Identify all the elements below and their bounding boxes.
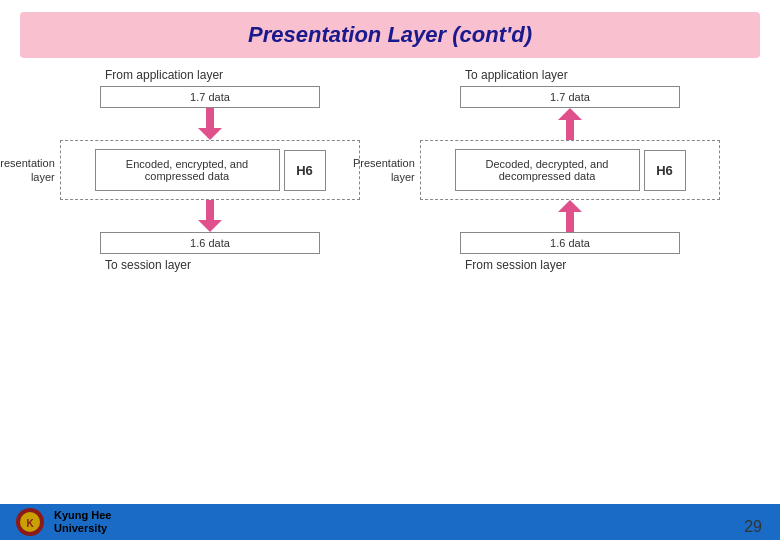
- left-bottom-data-box: 1.6 data: [100, 232, 320, 254]
- left-outer-box: Presentation layer Encoded, encrypted, a…: [60, 140, 360, 200]
- left-arrow-down-bottom: [198, 200, 222, 232]
- right-arrow-up-bottom: [558, 200, 582, 232]
- right-bottom-label: From session layer: [465, 258, 566, 272]
- left-pink-arrow-down-top-icon: [198, 108, 222, 140]
- left-bottom-label: To session layer: [105, 258, 191, 272]
- left-diagram: From application layer 1.7 data Presenta…: [45, 68, 375, 272]
- university-name: Kyung Hee University: [54, 509, 111, 535]
- right-pink-arrow-up-top-icon: [558, 108, 582, 140]
- main-content: From application layer 1.7 data Presenta…: [0, 68, 780, 272]
- left-top-data-box: 1.7 data: [100, 86, 320, 108]
- page-number: 29: [744, 518, 762, 536]
- right-decoded-text: Decoded, decrypted, and decompressed dat…: [486, 158, 609, 182]
- right-h6-label: H6: [656, 163, 673, 178]
- logo-area: K Kyung Hee University: [0, 506, 111, 538]
- right-layer-label-line1: Presentation: [353, 157, 415, 169]
- university-line2: University: [54, 522, 111, 535]
- left-encoded-box: Encoded, encrypted, and compressed data: [95, 149, 280, 191]
- left-h6-box: H6: [284, 150, 326, 191]
- right-inner-row: Decoded, decrypted, and decompressed dat…: [429, 149, 711, 191]
- right-pink-arrow-up-bottom-icon: [558, 200, 582, 232]
- left-layer-label: Presentation layer: [0, 156, 55, 185]
- right-top-label: To application layer: [465, 68, 568, 82]
- left-top-data-text: 1.7 data: [190, 91, 230, 103]
- university-logo-icon: K: [14, 506, 46, 538]
- left-pink-arrow-down-bottom-icon: [198, 200, 222, 232]
- left-inner-row: Encoded, encrypted, and compressed data …: [69, 149, 351, 191]
- svg-marker-1: [198, 128, 222, 140]
- svg-marker-3: [198, 220, 222, 232]
- right-layer-label-line2: layer: [391, 171, 415, 183]
- svg-marker-4: [558, 108, 582, 120]
- left-diagram-inner: From application layer 1.7 data Presenta…: [45, 68, 375, 272]
- svg-text:K: K: [26, 518, 34, 529]
- left-encoded-text: Encoded, encrypted, and compressed data: [126, 158, 248, 182]
- page-title: Presentation Layer (cont'd): [40, 22, 740, 48]
- svg-marker-6: [558, 200, 582, 212]
- left-h6-label: H6: [296, 163, 313, 178]
- right-outer-box: Presentation layer Decoded, decrypted, a…: [420, 140, 720, 200]
- right-top-data-text: 1.7 data: [550, 91, 590, 103]
- right-arrow-up-top: [558, 108, 582, 140]
- right-top-data-box: 1.7 data: [460, 86, 680, 108]
- bottom-bar: K Kyung Hee University 29: [0, 504, 780, 540]
- right-diagram-inner: To application layer 1.7 data Presentati…: [405, 68, 735, 272]
- right-diagram: To application layer 1.7 data Presentati…: [405, 68, 735, 272]
- left-layer-label-line2: layer: [31, 171, 55, 183]
- title-bar: Presentation Layer (cont'd): [20, 12, 760, 58]
- left-layer-label-line1: Presentation: [0, 157, 55, 169]
- right-bottom-data-text: 1.6 data: [550, 237, 590, 249]
- right-layer-label: Presentation layer: [353, 156, 415, 185]
- left-arrow-down-top: [198, 108, 222, 140]
- university-line1: Kyung Hee: [54, 509, 111, 522]
- svg-rect-7: [566, 212, 574, 232]
- svg-rect-0: [206, 108, 214, 128]
- left-bottom-data-text: 1.6 data: [190, 237, 230, 249]
- right-decoded-box: Decoded, decrypted, and decompressed dat…: [455, 149, 640, 191]
- left-top-label: From application layer: [105, 68, 223, 82]
- svg-rect-5: [566, 120, 574, 140]
- right-bottom-data-box: 1.6 data: [460, 232, 680, 254]
- right-h6-box: H6: [644, 150, 686, 191]
- svg-rect-2: [206, 200, 214, 220]
